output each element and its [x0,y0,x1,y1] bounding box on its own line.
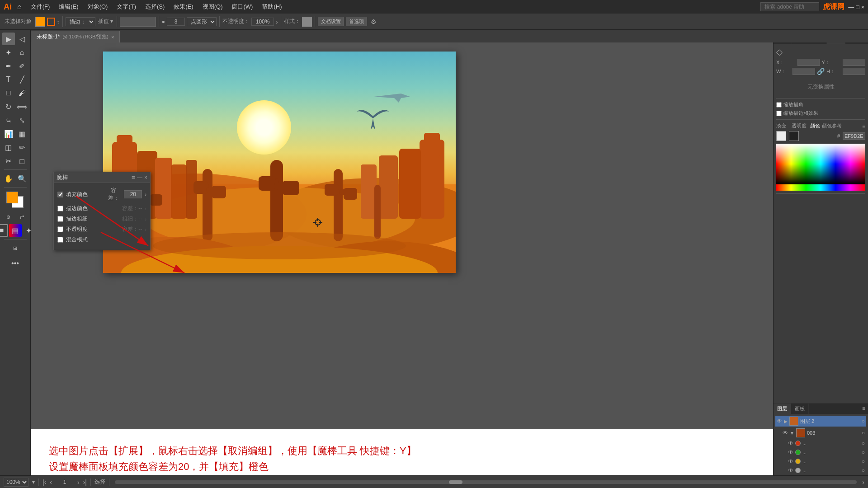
artboard-tool[interactable]: ⊞ [9,242,22,254]
reflect-tool[interactable]: ⟺ [16,100,28,113]
transform-h-input[interactable] [843,68,865,75]
toolbar-more-icon[interactable]: ⚙ [371,18,377,25]
scale-effects-checkbox[interactable] [776,111,782,116]
layer-c2-eye[interactable]: 👁 [788,449,793,455]
scale-tool[interactable]: ⤡ [16,114,28,127]
color-tab-label[interactable]: 颜色 [810,122,820,129]
rp-menu-icon[interactable]: ≡ [862,123,865,129]
line-tool[interactable]: ╱ [16,73,28,86]
gradient-color-btn[interactable]: ▤ [9,224,22,237]
transform-y-input[interactable] [843,59,865,66]
more-tools-btn[interactable]: ••• [9,257,22,270]
menu-view[interactable]: 视图(Q) [199,2,226,12]
point-shape-select[interactable]: 点圆形 [187,17,217,26]
add-anchor-tool[interactable]: ✐ [16,60,28,72]
last-page-btn[interactable]: ›| [83,479,87,486]
scroll-right-btn[interactable]: › [862,479,864,486]
paintbrush-tool[interactable]: 🖌 [16,87,28,99]
hue-slider[interactable] [776,184,865,191]
layer-003-eye[interactable]: 👁 [783,430,788,436]
rectangle-tool[interactable]: □ [2,87,15,99]
opacity-input[interactable] [251,18,274,26]
layer-color-2-row[interactable]: 👁 ... ○ [775,448,866,456]
first-page-btn[interactable]: |‹ [42,479,46,486]
menu-edit[interactable]: 编辑(E) [55,2,82,12]
home-icon[interactable]: ⌂ [17,3,22,11]
layer-2-expand[interactable]: ▶ [784,419,788,424]
layer-c4-eye[interactable]: 👁 [788,467,793,474]
layer-2-row[interactable]: 👁 ▶ 图层 2 ○ [775,416,866,427]
layer-2-name[interactable]: 图层 2 [800,418,860,425]
constrain-checkbox[interactable] [776,102,782,108]
menu-select[interactable]: 选择(S) [142,2,168,12]
selection-tool[interactable]: ▶ [2,33,15,45]
foreground-color[interactable] [6,192,18,203]
tab-layers[interactable]: 图层 [774,404,791,414]
interpolation-select[interactable]: 插值 ▾ [97,17,114,26]
scrollbar-thumb[interactable] [449,480,462,484]
opacity-checkbox[interactable] [57,226,63,232]
menu-effect[interactable]: 效果(E) [170,2,197,12]
lasso-tool[interactable]: ⌂ [16,46,28,59]
eyedropper-tool[interactable]: ✏ [16,141,28,154]
color-spectrum[interactable] [776,144,865,184]
tab-artboard[interactable]: 画板 [791,404,809,414]
gradient-tool[interactable]: ◫ [2,141,15,154]
doc-settings-button[interactable]: 文档设置 [318,17,344,26]
white-swatch[interactable] [776,131,786,141]
prev-page-btn[interactable]: ‹ [50,479,52,486]
menu-window[interactable]: 窗口(W) [228,2,256,12]
layer-c3-name[interactable]: ... [802,459,860,464]
canvas-area[interactable] [31,42,773,463]
zoom-tool[interactable]: 🔍 [16,172,28,185]
panel-close-btn[interactable]: × [144,174,147,181]
preferences-button[interactable]: 首选项 [346,17,367,26]
menu-file[interactable]: 文件(F) [27,2,54,12]
eraser-tool[interactable]: ◻ [16,155,28,167]
layer-2-eye[interactable]: 👁 [777,418,782,424]
panel-minimize-btn[interactable]: — [137,174,142,181]
transform-w-input[interactable] [793,68,815,75]
stroke-weight-checkbox[interactable] [57,216,63,222]
panel-menu-icon[interactable]: ≡ [132,174,135,181]
layer-003-row[interactable]: 👁 ▼ 003 ○ [775,427,866,438]
black-swatch[interactable] [789,131,799,141]
hex-input[interactable] [843,132,865,140]
layer-003-name[interactable]: 003 [807,430,860,436]
horizontal-scrollbar[interactable] [115,480,857,484]
toolbar-mode-select[interactable]: 描边： [66,17,95,26]
layer-c1-eye[interactable]: 👁 [788,440,793,446]
transform-x-input[interactable] [797,59,820,66]
layer-color-3-row[interactable]: 👁 ... ○ [775,457,866,465]
page-num-input[interactable] [56,479,74,485]
tab-document[interactable]: 未标题-1* @ 100% (RGB/预览) × [31,31,120,42]
blend-mode-checkbox[interactable] [57,237,63,243]
rotate-tool[interactable]: ↻ [2,100,15,113]
pattern-color-btn[interactable]: ✦ [23,224,35,237]
tab-close-icon[interactable]: × [111,34,114,40]
artwork-canvas[interactable] [103,52,456,273]
toolbar-fill-swatch[interactable] [35,17,45,27]
hand-tool[interactable]: ✋ [2,172,15,185]
layers-menu-icon[interactable]: ≡ [859,404,868,414]
layer-color-4-row[interactable]: 👁 ... ○ [775,466,866,474]
graph-tool[interactable]: 📊 [2,127,15,140]
menu-help[interactable]: 帮助(H) [258,2,285,12]
direct-selection-tool[interactable]: ◁ [16,33,28,45]
solid-color-btn[interactable]: ■ [0,224,8,237]
fill-color-checkbox[interactable] [57,192,63,197]
stroke-color-checkbox[interactable] [57,206,63,211]
next-page-btn[interactable]: › [77,479,80,486]
layer-color-1-row[interactable]: 👁 ... ○ [775,439,866,447]
lock-proportions-icon[interactable]: 🔗 [817,68,825,75]
search-input[interactable] [760,2,819,11]
window-controls[interactable]: — □ × [848,4,864,10]
point-count-input[interactable] [167,18,185,26]
pen-tool[interactable]: ✒ [2,60,15,72]
layer-c1-name[interactable]: ... [802,441,860,446]
toolbar-color-strip[interactable] [120,17,156,27]
fill-tolerance-arrow[interactable]: › [145,192,146,197]
scissors-tool[interactable]: ✂ [2,155,15,167]
type-tool[interactable]: T [2,73,15,86]
menu-object[interactable]: 对象(O) [84,2,112,12]
